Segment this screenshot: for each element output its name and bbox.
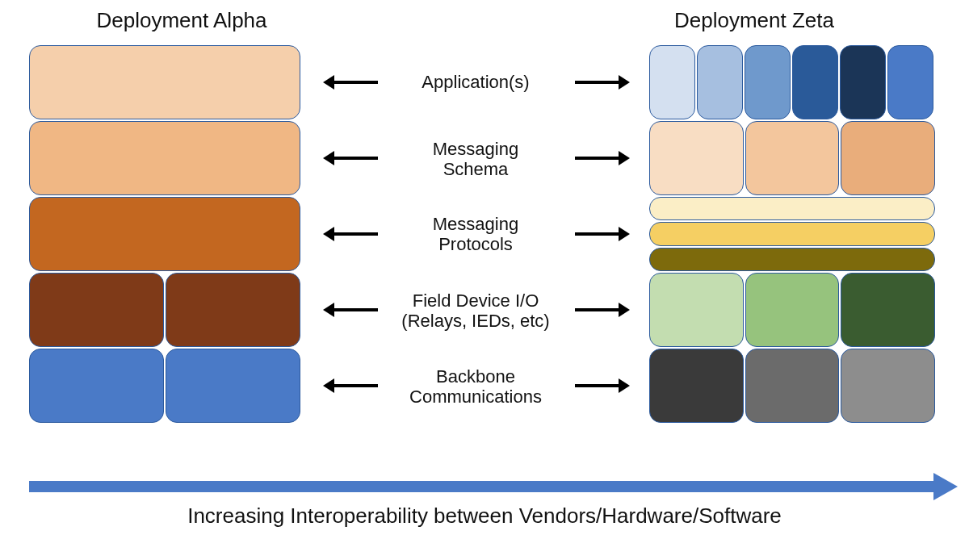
alpha-block-messaging-protocols [29, 197, 300, 271]
layer-label-messaging-schema-line1: Messaging [433, 139, 518, 159]
arrow-left-3 [334, 232, 378, 236]
zeta-row-2 [649, 121, 935, 195]
alpha-row-2 [29, 121, 300, 195]
zeta-app-block-3 [745, 45, 791, 119]
arrow-right-4 [575, 308, 619, 311]
zeta-backbone-block-2 [745, 349, 840, 423]
alpha-block-backbone-2 [166, 349, 300, 423]
layer-label-messaging-protocols-line2: Protocols [438, 234, 513, 254]
layer-label-field-device-line2: (Relays, IEDs, etc) [401, 311, 549, 331]
zeta-protocol-block-1 [649, 197, 935, 220]
alpha-row-4 [29, 273, 300, 347]
zeta-schema-block-3 [841, 121, 935, 195]
zeta-protocol-block-3 [649, 248, 935, 271]
arrow-left-4 [334, 308, 378, 311]
alpha-block-backbone-1 [29, 349, 164, 423]
arrow-left-2 [334, 157, 378, 160]
zeta-schema-block-2 [745, 121, 840, 195]
layer-label-backbone-line1: Backbone [436, 366, 515, 387]
zeta-row-5 [649, 349, 935, 423]
layer-label-messaging-schema: Messaging Schema [383, 139, 568, 180]
layer-label-field-device: Field Device I/O (Relays, IEDs, etc) [383, 290, 568, 332]
arrow-right-1 [575, 81, 619, 84]
zeta-row-1 [649, 45, 935, 119]
zeta-schema-block-1 [649, 121, 744, 195]
zeta-app-block-6 [887, 45, 933, 119]
layer-label-backbone-line2: Communications [409, 387, 542, 407]
alpha-block-field-device-1 [29, 273, 164, 347]
alpha-block-applications [29, 45, 300, 119]
zeta-app-block-2 [697, 45, 743, 119]
layer-label-field-device-line1: Field Device I/O [413, 290, 539, 311]
zeta-backbone-block-3 [841, 349, 935, 423]
title-zeta: Deployment Zeta [649, 8, 859, 33]
layer-label-messaging-schema-line2: Schema [443, 159, 509, 179]
arrow-right-5 [575, 384, 619, 387]
alpha-row-3 [29, 197, 300, 271]
alpha-row-1 [29, 45, 300, 119]
zeta-app-block-1 [649, 45, 695, 119]
interoperability-arrow-head [933, 473, 958, 500]
zeta-row-4 [649, 273, 935, 347]
interoperability-caption: Increasing Interoperability between Vend… [113, 504, 856, 529]
layer-label-backbone: Backbone Communications [383, 366, 568, 407]
zeta-stack [649, 45, 935, 423]
alpha-block-messaging-schema [29, 121, 300, 195]
layer-label-applications: Application(s) [383, 72, 568, 92]
alpha-block-field-device-2 [166, 273, 300, 347]
arrow-right-2 [575, 157, 619, 160]
alpha-stack [29, 45, 300, 423]
zeta-app-block-4 [792, 45, 838, 119]
zeta-backbone-block-1 [649, 349, 744, 423]
zeta-protocol-block-2 [649, 222, 935, 245]
zeta-field-block-1 [649, 273, 744, 347]
zeta-row-3 [649, 197, 935, 271]
interoperability-arrow-shaft [29, 481, 933, 492]
arrow-right-3 [575, 232, 619, 236]
zeta-field-block-2 [745, 273, 840, 347]
layer-label-messaging-protocols: Messaging Protocols [383, 214, 568, 255]
layer-label-messaging-protocols-line1: Messaging [433, 214, 518, 234]
zeta-field-block-3 [841, 273, 935, 347]
arrow-left-5 [334, 384, 378, 387]
title-alpha: Deployment Alpha [77, 8, 287, 33]
arrow-left-1 [334, 81, 378, 84]
alpha-row-5 [29, 349, 300, 423]
zeta-app-block-5 [840, 45, 886, 119]
